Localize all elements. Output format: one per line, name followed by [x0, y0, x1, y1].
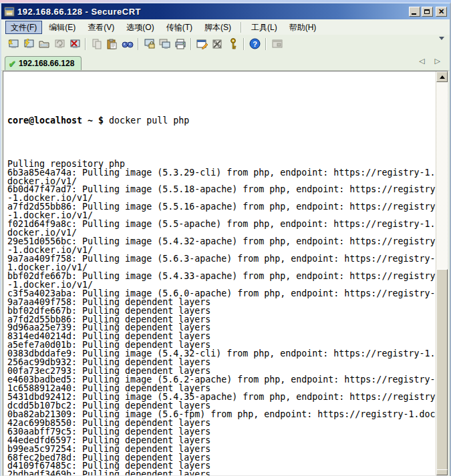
scrollbar-down-button[interactable] — [436, 469, 448, 475]
tabbar: ✔ 192.168.66.128 ◁ ▷ — [1, 53, 450, 71]
find-button[interactable] — [120, 37, 135, 51]
menu-item[interactable]: 文件(F) — [5, 21, 42, 34]
securecrt-window-icon — [4, 7, 15, 17]
tab-label: 192.168.66.128 — [19, 59, 74, 68]
menu-item[interactable]: 选项(O) — [121, 21, 159, 34]
raw-log-button[interactable] — [157, 37, 172, 51]
menubar: 文件(F) 编辑(E) 查看(V) 选项(O) 传输(T) 脚本(S) 工具(L… — [1, 19, 450, 35]
close-button[interactable]: ✕ — [436, 7, 447, 17]
menu-item[interactable]: 传输(T) — [161, 21, 198, 34]
toolbar: ? — [1, 35, 450, 53]
minimize-icon — [412, 13, 416, 15]
key-agent-icon — [229, 38, 237, 50]
reconnect-button[interactable] — [51, 37, 67, 51]
shell-command: docker pull php — [109, 115, 189, 126]
menu-item[interactable]: 查看(V) — [82, 21, 120, 34]
window-title: 192.168.66.128 - SecureCRT — [17, 7, 409, 17]
close-icon: ✕ — [436, 7, 446, 16]
terminal-prompt-line: core@localhost ~ $ docker pull php — [7, 117, 436, 126]
reconnect-icon — [53, 39, 65, 49]
key-agent-button[interactable] — [225, 37, 241, 51]
quick-connect-button[interactable] — [21, 37, 36, 51]
securecrt-window: 192.168.66.128 - SecureCRT ✕ 文件(F) 编辑(E)… — [0, 3, 451, 476]
toolbar-separator — [243, 38, 245, 50]
minimize-button[interactable] — [409, 7, 420, 17]
menubar-separator — [241, 22, 242, 33]
quick-connect-icon — [23, 39, 35, 49]
shell-prompt: core@localhost ~ $ — [7, 115, 109, 126]
scrollbar-up-button[interactable] — [436, 71, 448, 82]
find-icon — [122, 39, 134, 49]
copy-button[interactable] — [89, 37, 104, 51]
copy-icon — [92, 39, 102, 49]
menu-item[interactable]: 编辑(E) — [43, 21, 81, 34]
terminal-frame: core@localhost ~ $ docker pull php Pulli… — [3, 71, 448, 476]
session-options-button[interactable] — [194, 37, 210, 51]
tab-scroll-arrows[interactable]: ◁ ▷ — [419, 57, 444, 65]
print-button[interactable] — [172, 37, 188, 51]
svg-text:?: ? — [253, 40, 257, 48]
tabbed-session-button[interactable] — [36, 37, 51, 51]
terminal-output[interactable]: core@localhost ~ $ docker pull php Pulli… — [3, 71, 436, 475]
disconnect-icon — [69, 39, 81, 49]
paste-icon — [107, 39, 118, 49]
raw-log-icon — [159, 39, 171, 49]
toolbar-overflow-chevron[interactable] — [439, 40, 447, 48]
web-browser-icon — [271, 39, 283, 49]
help-button[interactable]: ? — [247, 37, 263, 51]
tabbed-session-icon — [38, 39, 50, 49]
log-session-button[interactable] — [142, 37, 157, 51]
menu-item[interactable]: 脚本(S) — [199, 21, 237, 34]
print-icon — [174, 39, 186, 49]
toolbar-separator — [138, 38, 139, 50]
toolbar-separator — [265, 38, 267, 50]
menu-item[interactable]: 帮助(H) — [284, 21, 322, 34]
maximize-icon — [424, 9, 430, 14]
global-options-icon — [212, 39, 224, 49]
toolbar-separator — [85, 38, 86, 50]
global-options-button[interactable] — [210, 37, 225, 51]
paste-button[interactable] — [104, 37, 120, 51]
log-session-icon — [144, 39, 156, 49]
new-session-button[interactable] — [5, 37, 21, 51]
session-tab[interactable]: ✔ 192.168.66.128 — [5, 56, 82, 70]
web-browser-button[interactable] — [269, 37, 285, 51]
maximize-button[interactable] — [422, 7, 433, 17]
titlebar[interactable]: 192.168.66.128 - SecureCRT ✕ — [1, 3, 450, 19]
terminal-line: 2bdbadf3469b: Pulling dependent layers — [7, 471, 436, 475]
scrollbar-thumb[interactable] — [436, 269, 448, 472]
terminal-lines: Pulling repository php6b3a85e4a74a: Pull… — [7, 143, 436, 475]
session-options-icon — [196, 39, 208, 49]
menu-item[interactable]: 工具(L) — [246, 21, 283, 34]
disconnect-button[interactable] — [67, 37, 82, 51]
new-session-icon — [7, 39, 19, 49]
scroll-up-icon — [440, 75, 445, 79]
connected-check-icon: ✔ — [9, 59, 16, 69]
toolbar-separator — [190, 38, 192, 50]
vertical-scrollbar[interactable] — [436, 71, 448, 475]
help-icon: ? — [249, 38, 261, 49]
